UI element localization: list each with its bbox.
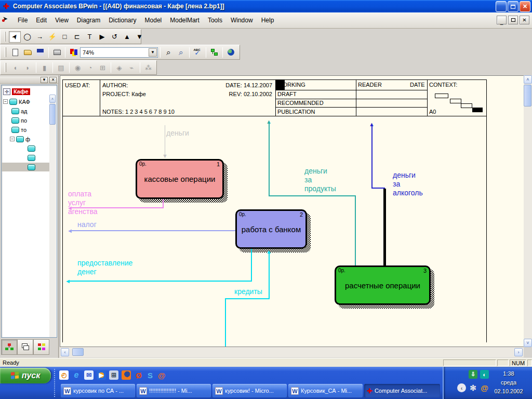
- menu-edit[interactable]: Edit: [32, 15, 51, 26]
- box-tool-button[interactable]: □: [59, 31, 71, 43]
- model-explorer-button[interactable]: [208, 47, 220, 58]
- mdi-restore-button[interactable]: [508, 16, 518, 24]
- tree-scroll-up[interactable]: ˄: [49, 95, 56, 103]
- tab-activities[interactable]: [1, 339, 17, 355]
- tree-item-child1[interactable]: ад: [11, 107, 28, 115]
- start-button[interactable]: пуск: [0, 368, 51, 383]
- activity-box-kassovye[interactable]: 0р. 1 кассовые операции: [136, 159, 224, 199]
- menu-tools[interactable]: Tools: [204, 15, 227, 26]
- tree-item-model-root[interactable]: ✛ Кафе: [3, 87, 30, 96]
- vscroll-up-button[interactable]: ˄: [524, 75, 532, 84]
- zoom-area-button[interactable]: ⌕: [175, 47, 187, 58]
- text-tool-button[interactable]: T: [84, 31, 96, 43]
- menu-dictionary[interactable]: Dictionary: [104, 15, 140, 26]
- menu-file[interactable]: File: [14, 15, 32, 26]
- color-palette-button[interactable]: [68, 47, 79, 58]
- taskbar-clock[interactable]: 1:38 среда 02.10.2002: [488, 369, 529, 396]
- quicklaunch-grip[interactable]: [54, 369, 56, 397]
- hscroll-thumb[interactable]: [72, 348, 84, 356]
- open-file-button[interactable]: [22, 47, 34, 58]
- arrow-label-produkty[interactable]: деньги за продукты: [304, 167, 336, 193]
- hscroll-left-button[interactable]: ‹: [61, 348, 69, 356]
- tray-update-icon[interactable]: ⇩: [469, 370, 477, 379]
- squiggle-tool-button[interactable]: ⚡: [46, 31, 58, 43]
- zoom-combobox[interactable]: 74% ▼: [80, 47, 158, 58]
- taskbar-button-word4[interactable]: W Курсовик_СА - Mi...: [288, 384, 363, 397]
- mdi-minimize-button[interactable]: _: [497, 16, 507, 24]
- text-block-tool-button[interactable]: ⊏: [71, 31, 83, 43]
- expander-icon[interactable]: −: [3, 99, 8, 104]
- arrow-label-kredity[interactable]: кредиты: [234, 287, 262, 296]
- tree-item-child2[interactable]: по: [11, 116, 27, 125]
- explorer-close-button[interactable]: ✕: [49, 77, 57, 83]
- new-file-button[interactable]: [9, 47, 21, 58]
- diagram-canvas[interactable]: USED AT: AUTHOR: DATE: 14.12.2007 PROJEC…: [60, 75, 524, 347]
- arrow-label-oplata[interactable]: оплата услуг агенства: [68, 190, 98, 216]
- taskbar-button-word3[interactable]: W курсовик! - Micro...: [212, 384, 287, 397]
- tray-at-icon[interactable]: @: [480, 383, 489, 392]
- explorer-menu-button[interactable]: ▼: [41, 77, 48, 83]
- skype-s-icon[interactable]: S: [145, 370, 155, 380]
- zoom-in-button[interactable]: ⌕: [163, 47, 175, 58]
- menu-modelmart[interactable]: ModelMart: [166, 15, 204, 26]
- tray-flower-icon[interactable]: ✻: [469, 383, 477, 392]
- menu-window[interactable]: Window: [227, 15, 257, 26]
- minimize-button[interactable]: _: [496, 1, 507, 12]
- arrow-label-dengi[interactable]: деньги: [166, 129, 189, 138]
- calculator-icon[interactable]: ⊞: [109, 370, 118, 380]
- menu-model[interactable]: Model: [141, 15, 166, 26]
- media-player-icon[interactable]: ▶: [97, 370, 106, 380]
- mdi-close-button[interactable]: ✕: [520, 16, 529, 24]
- arrow-label-predostavlenie[interactable]: предоставление денег: [77, 259, 132, 276]
- toolbar-grip[interactable]: [5, 32, 6, 41]
- tree-item-sub2[interactable]: [28, 153, 37, 162]
- diagram-hscrollbar[interactable]: ‹ ›: [60, 347, 524, 357]
- tree-item-child4[interactable]: − ф: [10, 135, 30, 143]
- menu-view[interactable]: View: [51, 15, 73, 26]
- activity-box-bank[interactable]: 0р. 2 работа с банком: [235, 209, 307, 249]
- tab-objects[interactable]: [33, 339, 49, 355]
- taskbar-button-word1[interactable]: W курсовик по СА - ...: [61, 384, 135, 397]
- firefox-icon[interactable]: [122, 370, 131, 380]
- activity-box-raschetnye[interactable]: 0р. 3 расчетные операции: [335, 265, 431, 305]
- pointer-tool-button[interactable]: ➤: [9, 31, 21, 43]
- go-to-child-button[interactable]: ▶: [96, 31, 108, 43]
- toolbar-grip2[interactable]: [5, 47, 6, 57]
- mail-at-icon[interactable]: @: [157, 370, 166, 380]
- tree-item-sub1[interactable]: [28, 144, 37, 153]
- arrow-label-nalog[interactable]: налог: [77, 220, 97, 229]
- taskbar-button-bpwin-active[interactable]: ✚ Computer Associat...: [364, 384, 440, 397]
- tree-scrollbar[interactable]: ˄ ˅: [49, 95, 56, 338]
- clock-launcher-icon[interactable]: ◴: [59, 370, 69, 380]
- arrow-label-alkogol[interactable]: деньги за алкоголь: [393, 171, 423, 197]
- modelmart-globe-button[interactable]: [225, 47, 237, 58]
- tree-item-kaf[interactable]: − КАФ: [3, 97, 30, 106]
- opera-icon[interactable]: Ø: [134, 370, 143, 380]
- toolbar-grip3[interactable]: [5, 63, 6, 72]
- restore-button[interactable]: [508, 1, 518, 12]
- menu-help[interactable]: Help: [257, 15, 278, 26]
- menu-diagram[interactable]: Diagram: [73, 15, 104, 26]
- tray-app-icon[interactable]: ◐: [480, 370, 489, 379]
- up-level-button[interactable]: ▲: [121, 31, 133, 43]
- tree-item-sub3-selected[interactable]: [28, 163, 37, 171]
- expander-icon[interactable]: −: [10, 137, 15, 141]
- taskbar-button-word2[interactable]: W !!!!!!!!!!!!!!!!! - Mi...: [137, 384, 211, 397]
- vscroll-down-button[interactable]: ˅: [524, 339, 532, 347]
- arrow-tool-button[interactable]: →: [34, 31, 46, 43]
- zoom-dropdown-arrow[interactable]: ▼: [149, 48, 157, 57]
- activity-box-tool-button[interactable]: ◯: [21, 31, 33, 43]
- save-button[interactable]: [34, 47, 46, 58]
- go-to-parent-button[interactable]: ↺: [109, 31, 121, 43]
- diagram-vscrollbar[interactable]: ˄ ˅: [524, 75, 532, 347]
- spell-check-button[interactable]: ABC ✓: [192, 47, 204, 58]
- hide-icons-chevron[interactable]: ‹: [457, 383, 466, 392]
- close-button[interactable]: ✕: [520, 1, 530, 12]
- vscroll-thumb[interactable]: [524, 85, 531, 107]
- internet-explorer-icon[interactable]: e: [72, 370, 81, 380]
- down-level-button[interactable]: ▼: [134, 31, 145, 43]
- outlook-express-icon[interactable]: ✉: [84, 370, 94, 380]
- tree-item-child3[interactable]: то: [11, 125, 26, 134]
- print-button[interactable]: [51, 47, 63, 58]
- tab-diagrams[interactable]: [17, 339, 33, 355]
